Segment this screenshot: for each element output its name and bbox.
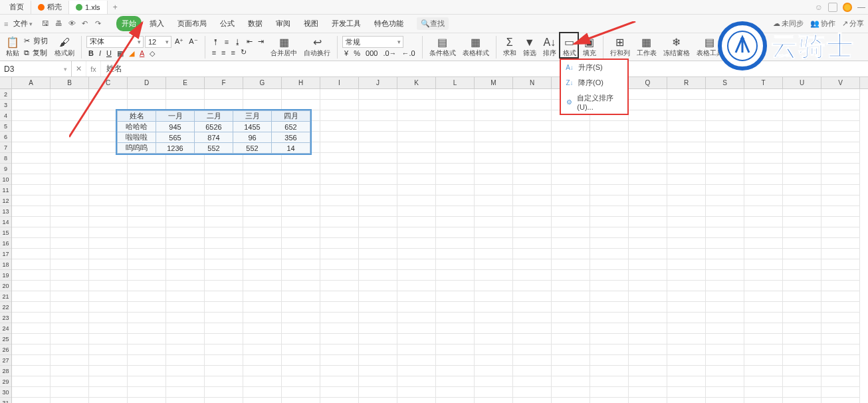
indent-dec-icon[interactable]: ⇤ [245, 37, 255, 47]
row-header[interactable]: 5 [0, 121, 11, 132]
add-tab-button[interactable]: + [113, 3, 118, 12]
dec-dec-icon[interactable]: ←.0 [400, 49, 417, 58]
formula-input[interactable]: 姓名 [101, 63, 868, 74]
percent-icon[interactable]: % [352, 49, 362, 58]
row-header[interactable]: 10 [0, 174, 11, 185]
row-header[interactable]: 25 [0, 334, 11, 344]
undo-icon[interactable]: ↶ [82, 19, 91, 29]
collab-button[interactable]: 👥 协作 [810, 19, 835, 29]
table-header-cell[interactable]: 四月 [272, 111, 310, 122]
app-menu-icon[interactable]: ≡ [4, 20, 8, 28]
row-header[interactable]: 9 [0, 164, 11, 174]
row-header[interactable]: 2 [0, 89, 11, 100]
row-header[interactable]: 14 [0, 217, 11, 227]
tab-file[interactable]: 1.xls [69, 1, 108, 14]
col-header-S[interactable]: S [706, 77, 744, 88]
table-cell[interactable]: 6526 [195, 122, 233, 132]
table-header-cell[interactable]: 姓名 [118, 111, 156, 122]
fill-button[interactable]: ▣填充 [581, 35, 598, 59]
fx-icon[interactable]: fx [86, 61, 101, 76]
cut-button[interactable]: ✂ 剪切 [24, 35, 50, 47]
row-header[interactable]: 24 [0, 323, 11, 334]
filter-button[interactable]: ▼筛选 [521, 36, 538, 59]
format-painter-button[interactable]: 🖌格式刷 [53, 36, 76, 59]
col-header-B[interactable]: B [51, 77, 89, 88]
ribbon-tab-layout[interactable]: 页面布局 [172, 16, 212, 31]
cond-format-button[interactable]: ▤条件格式 [427, 35, 458, 59]
align-left-icon[interactable]: ≡ [210, 48, 218, 57]
table-header-cell[interactable]: 二月 [195, 111, 233, 122]
underline-icon[interactable]: U [104, 49, 114, 58]
align-middle-icon[interactable]: ≡ [223, 37, 231, 47]
save-icon[interactable]: 🖫 [42, 19, 51, 29]
table-cell[interactable]: 1455 [233, 122, 272, 132]
table-cell[interactable]: 945 [156, 122, 195, 132]
align-bottom-icon[interactable]: ⭳ [232, 37, 243, 47]
font-combo[interactable]: 宋体 [86, 36, 144, 48]
col-header-L[interactable]: L [436, 77, 475, 88]
row-header[interactable]: 30 [0, 387, 11, 398]
row-header[interactable]: 31 [0, 398, 11, 403]
find-button[interactable]: 🔍查找 [728, 35, 745, 59]
paste-button[interactable]: 📋粘贴 [4, 35, 21, 59]
table-cell[interactable]: 哈哈哈 [118, 122, 156, 132]
col-header-G[interactable]: G [243, 77, 282, 88]
font-color-icon[interactable]: A [138, 49, 146, 58]
window-layout-icon[interactable] [828, 3, 837, 12]
ribbon-tab-review[interactable]: 审阅 [271, 16, 296, 31]
orientation-icon[interactable]: ↻ [239, 47, 249, 57]
sheet-button[interactable]: ▦工作表 [635, 35, 659, 59]
ribbon-tab-dev[interactable]: 开发工具 [326, 16, 366, 31]
row-header[interactable]: 8 [0, 153, 11, 164]
align-center-icon[interactable]: ≡ [219, 48, 227, 57]
table-cell[interactable]: 874 [195, 132, 233, 143]
skin-icon[interactable] [843, 3, 852, 12]
format-button[interactable]: ▭格式 [561, 35, 578, 59]
row-header[interactable]: 7 [0, 142, 11, 153]
col-header-J[interactable]: J [359, 77, 397, 88]
row-header[interactable]: 6 [0, 132, 11, 142]
decrease-font-icon[interactable]: A⁻ [187, 37, 199, 47]
align-top-icon[interactable]: ⭱ [210, 37, 221, 47]
row-header[interactable]: 28 [0, 366, 11, 376]
col-header-M[interactable]: M [475, 77, 513, 88]
ribbon-tab-special[interactable]: 特色功能 [369, 16, 409, 31]
ribbon-tab-formula[interactable]: 公式 [215, 16, 240, 31]
table-cell[interactable]: 565 [156, 132, 195, 143]
col-header-N[interactable]: N [513, 77, 552, 88]
row-header[interactable]: 15 [0, 227, 11, 238]
number-format-combo[interactable]: 常规 [342, 36, 403, 48]
comma-icon[interactable]: 000 [364, 49, 380, 58]
table-cell[interactable]: 呜呜呜 [118, 143, 156, 154]
freeze-button[interactable]: ❄冻结窗格 [661, 35, 692, 59]
italic-icon[interactable]: I [97, 49, 103, 58]
col-header-C[interactable]: C [89, 77, 128, 88]
table-cell[interactable]: 96 [233, 132, 272, 143]
fill-color-icon[interactable]: ◢ [127, 49, 136, 59]
name-box[interactable]: D3 [0, 61, 72, 76]
sort-button[interactable]: A↓排序 [541, 36, 558, 59]
table-header-cell[interactable]: 三月 [233, 111, 272, 122]
tabletool-button[interactable]: ▤表格工具 [695, 35, 725, 59]
row-header[interactable]: 4 [0, 110, 11, 121]
row-header[interactable]: 26 [0, 344, 11, 355]
cancel-formula-icon[interactable]: ✕ [72, 61, 86, 76]
row-header[interactable]: 27 [0, 355, 11, 366]
bold-icon[interactable]: B [86, 49, 96, 58]
ribbon-tab-begin[interactable]: 开始 [116, 16, 142, 31]
table-cell[interactable]: 356 [272, 132, 310, 143]
font-size-combo[interactable]: 12 [145, 36, 171, 48]
sort-asc-item[interactable]: A↓升序(S) [561, 60, 627, 75]
table-cell[interactable]: 1236 [156, 143, 195, 154]
currency-icon[interactable]: ¥ [342, 49, 350, 58]
file-menu[interactable]: 文件▾ [9, 17, 37, 30]
col-header-K[interactable]: K [397, 77, 436, 88]
select-all-corner[interactable] [0, 77, 12, 89]
merge-button[interactable]: ▦合并居中 [269, 35, 299, 59]
col-header-Q[interactable]: Q [629, 77, 667, 88]
row-header[interactable]: 3 [0, 100, 11, 110]
col-header-U[interactable]: U [783, 77, 821, 88]
col-header-A[interactable]: A [12, 77, 51, 88]
row-header[interactable]: 17 [0, 249, 11, 259]
redo-icon[interactable]: ↷ [95, 19, 104, 29]
